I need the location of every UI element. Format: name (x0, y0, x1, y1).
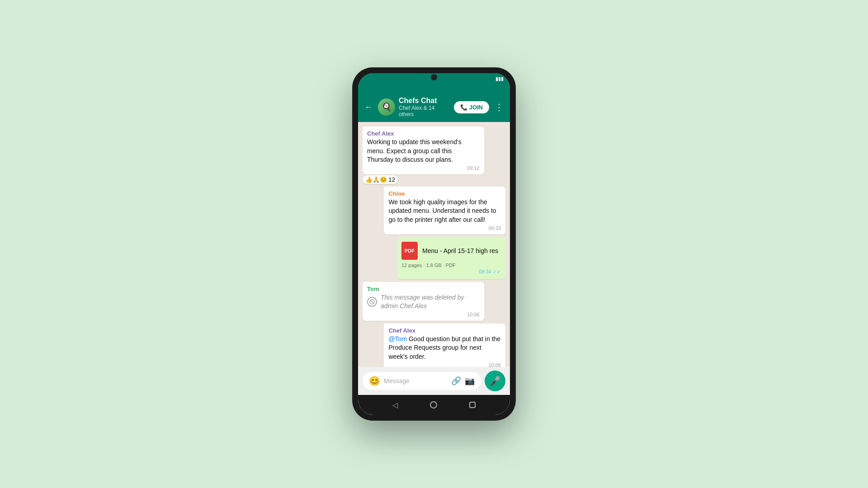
mention-tag: @Tom (388, 335, 407, 343)
sender-chef-alex: Chef Alex (367, 130, 480, 137)
group-avatar: 🍳 (378, 99, 395, 116)
chat-area: Chef Alex Working to update this weekend… (358, 122, 510, 367)
message-2: Chloe We took high quality images for th… (384, 187, 505, 235)
deleted-message: This message was deleted by admin Chef A… (367, 293, 480, 311)
pdf-time: 09:34 ✓✓ (401, 269, 501, 275)
phone-body: ▮▮▮ ← 🍳 Chefs Chat Chef Alex & 14 others… (353, 68, 515, 420)
more-options-button[interactable]: ⋮ (493, 100, 505, 114)
message-text-2: We took high quality images for the upda… (388, 198, 501, 225)
message-1: Chef Alex Working to update this weekend… (363, 127, 484, 184)
input-bar: 😊 Message 🔗 📷 🎤 (358, 367, 510, 395)
nav-square (469, 402, 476, 408)
nav-home-dot (430, 401, 437, 408)
call-icon: 📞 (460, 104, 467, 111)
join-button[interactable]: 📞 JOIN (454, 101, 489, 113)
reactions-1: 👍🙏😊 12 (363, 175, 398, 184)
mic-button[interactable]: 🎤 (485, 371, 505, 391)
message-text-5: @Tom Good question but put that in the P… (388, 335, 501, 361)
emoji-button[interactable]: 😊 (369, 375, 380, 386)
camera-button[interactable]: 📷 (465, 376, 475, 386)
sender-tom: Tom (367, 286, 480, 292)
battery-icon: ▮▮▮ (495, 76, 504, 82)
message-time-4: 10:06 (367, 312, 480, 317)
message-time-2: 09:33 (388, 225, 501, 231)
deleted-icon (367, 297, 377, 307)
message-4-deleted: Tom This message was deleted by admin Ch… (363, 282, 484, 321)
deleted-text: This message was deleted by admin Chef A… (381, 293, 480, 311)
message-3-pdf: PDF Menu - April 15-17 high res 12 pages… (397, 237, 505, 279)
message-text-1: Working to update this weekend's menu. E… (367, 138, 480, 164)
nav-recents-button[interactable] (469, 402, 476, 408)
back-button[interactable]: ← (363, 102, 374, 113)
chat-header: ← 🍳 Chefs Chat Chef Alex & 14 others 📞 J… (358, 84, 510, 122)
bubble-chef-alex-2: Chef Alex @Tom Good question but put tha… (384, 324, 505, 367)
phone-camera (431, 74, 437, 80)
phone-screen: ▮▮▮ ← 🍳 Chefs Chat Chef Alex & 14 others… (358, 73, 510, 415)
pdf-bubble: PDF Menu - April 15-17 high res 12 pages… (397, 237, 505, 279)
sender-chef-alex-2: Chef Alex (388, 327, 501, 334)
pdf-meta: 12 pages · 1.8 GB · PDF (401, 263, 501, 268)
group-subtitle: Chef Alex & 14 others (399, 105, 450, 117)
svg-line-1 (371, 300, 373, 303)
group-name: Chefs Chat (399, 97, 450, 105)
message-placeholder[interactable]: Message (384, 377, 448, 385)
bubble-tom-deleted: Tom This message was deleted by admin Ch… (363, 282, 484, 321)
phone-device: ▮▮▮ ← 🍳 Chefs Chat Chef Alex & 14 others… (353, 68, 515, 420)
ticks-icon: ✓✓ (493, 269, 501, 274)
pdf-title: Menu - April 15-17 high res (422, 247, 498, 254)
header-info: Chefs Chat Chef Alex & 14 others (399, 97, 450, 117)
pdf-icon: PDF (401, 242, 418, 260)
nav-bar: ◁ (358, 395, 510, 415)
nav-back-button[interactable]: ◁ (392, 401, 398, 409)
message-time-5: 10:06 (388, 362, 501, 367)
attach-button[interactable]: 🔗 (451, 376, 461, 386)
bubble-chef-alex-1: Chef Alex Working to update this weekend… (363, 127, 484, 174)
nav-home-button[interactable] (430, 401, 437, 408)
message-5: Chef Alex @Tom Good question but put tha… (384, 324, 505, 367)
bubble-chloe: Chloe We took high quality images for th… (384, 187, 505, 235)
sender-chloe: Chloe (388, 190, 501, 197)
message-input-field[interactable]: 😊 Message 🔗 📷 (363, 372, 481, 390)
pdf-header: PDF Menu - April 15-17 high res (401, 242, 501, 260)
message-time-1: 09:12 (367, 165, 480, 171)
